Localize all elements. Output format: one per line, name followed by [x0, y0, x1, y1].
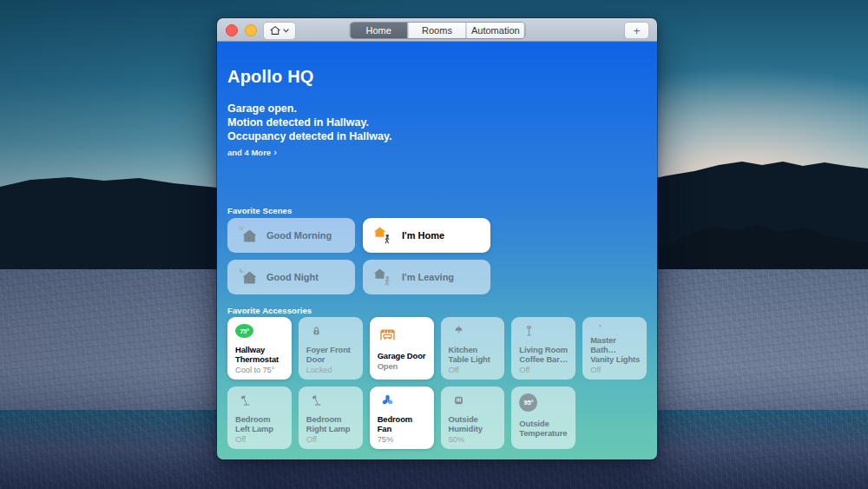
accessory-name: Foyer Front Door	[306, 345, 358, 364]
status-line: Occupancy detected in Hallway.	[227, 129, 647, 143]
accessory-status: 50%	[449, 434, 464, 444]
chevron-down-icon	[283, 29, 289, 33]
more-status-link[interactable]: and 4 More ›	[227, 148, 647, 157]
accessory-name: Outside Humidity	[449, 414, 500, 433]
accessory-status: Cool to 75°	[235, 365, 274, 374]
accessory-status: 75%	[378, 434, 393, 444]
accessory-name: Garage Door	[378, 351, 426, 360]
favorite-accessories-grid: 75° Hallway Thermostat Cool to 75° Foyer…	[227, 317, 647, 449]
accessory-name: Outside Temperature	[519, 419, 570, 438]
home-content: Apollo HQ Garage open. Motion detected i…	[217, 42, 657, 459]
house-icon	[270, 25, 280, 36]
temperature-badge-icon: 95°	[519, 393, 537, 412]
desk-lamp-icon	[306, 393, 326, 407]
tab-automation[interactable]: Automation	[466, 23, 524, 38]
status-line: Garage open.	[227, 102, 647, 116]
more-status-label: and 4 More	[227, 148, 271, 157]
scene-tile-im-leaving[interactable]: I'm Leaving	[363, 260, 490, 294]
chevron-right-icon: ›	[273, 149, 277, 156]
home-status-summary: Garage open. Motion detected in Hallway.…	[227, 102, 647, 143]
pendant-light-icon	[449, 324, 469, 338]
accessory-status: Off	[449, 365, 459, 374]
favorite-accessories-label: Favorite Accessories	[227, 306, 647, 315]
accessory-name: Master Bath… Vanity Lights	[590, 335, 641, 364]
accessory-name: Hallway Thermostat	[235, 345, 286, 364]
accessory-tile-outside-humidity[interactable]: Outside Humidity 50%	[441, 387, 505, 449]
accessory-tile-outside-temperature[interactable]: 95° Outside Temperature	[511, 387, 575, 449]
accessory-name: Bedroom Right Lamp	[306, 414, 358, 433]
view-switcher: Home Rooms Automation	[349, 22, 525, 39]
humidity-sensor-icon	[449, 393, 469, 407]
minimize-window-button[interactable]	[245, 24, 257, 36]
tab-rooms[interactable]: Rooms	[407, 23, 465, 38]
scene-label: Good Night	[266, 272, 319, 282]
fan-icon	[378, 393, 398, 407]
accessory-tile-hallway-thermostat[interactable]: 75° Hallway Thermostat Cool to 75°	[227, 317, 292, 380]
favorite-scenes-label: Favorite Scenes	[227, 206, 647, 215]
accessory-tile-bedroom-left-lamp[interactable]: Bedroom Left Lamp Off	[227, 387, 292, 449]
accessory-tile-bedroom-fan[interactable]: Bedroom Fan 75%	[370, 387, 434, 449]
good-night-house-icon	[237, 266, 260, 288]
window-titlebar[interactable]: Home Rooms Automation +	[217, 18, 657, 42]
im-home-house-icon	[372, 224, 395, 247]
accessory-status: Locked	[306, 365, 332, 374]
scene-label: Good Morning	[266, 230, 332, 241]
accessory-status: Off	[306, 434, 317, 444]
accessory-status: Off	[235, 434, 246, 444]
pendant-light-icon	[590, 324, 610, 328]
accessory-status: Off	[590, 365, 601, 374]
accessory-tile-garage-door[interactable]: Garage Door Open	[370, 317, 434, 380]
scene-label: I'm Leaving	[402, 272, 454, 282]
add-accessory-button[interactable]: +	[624, 22, 649, 39]
im-leaving-house-icon	[372, 266, 395, 288]
accessory-tile-kitchen-table-light[interactable]: Kitchen Table Light Off	[441, 317, 505, 380]
close-window-button[interactable]	[226, 24, 238, 36]
home-app-window: Home Rooms Automation + Apollo HQ Garage…	[217, 18, 657, 459]
home-selector-dropdown[interactable]	[263, 22, 296, 40]
good-morning-house-icon	[237, 224, 260, 247]
accessory-status: Open	[378, 361, 398, 371]
accessory-tile-foyer-front-door[interactable]: Foyer Front Door Locked	[299, 317, 363, 380]
tab-home[interactable]: Home	[350, 23, 407, 38]
accessory-name: Living Room Coffee Bar…	[519, 345, 570, 364]
desk-lamp-icon	[235, 393, 255, 407]
favorite-scenes-grid: Good Morning I'm Home	[227, 218, 647, 294]
accessory-tile-master-bath-vanity-lights[interactable]: Master Bath… Vanity Lights Off	[582, 317, 647, 380]
scene-tile-good-morning[interactable]: Good Morning	[227, 218, 355, 253]
lock-icon	[306, 324, 326, 338]
status-line: Motion detected in Hallway.	[227, 116, 647, 129]
scene-tile-im-home[interactable]: I'm Home	[363, 218, 490, 253]
accessory-tile-living-room-coffee-bar[interactable]: Living Room Coffee Bar… Off	[511, 317, 575, 380]
floor-lamp-icon	[519, 324, 539, 338]
accessory-status: Off	[519, 365, 529, 374]
garage-door-icon	[378, 324, 398, 344]
thermostat-badge-icon: 75°	[235, 324, 253, 338]
home-name-title: Apollo HQ	[227, 42, 647, 87]
scene-label: I'm Home	[402, 230, 444, 241]
accessory-name: Bedroom Fan	[378, 414, 429, 433]
accessory-name: Bedroom Left Lamp	[235, 414, 286, 433]
accessory-tile-bedroom-right-lamp[interactable]: Bedroom Right Lamp Off	[299, 387, 363, 449]
scene-tile-good-night[interactable]: Good Night	[227, 260, 355, 294]
accessory-name: Kitchen Table Light	[449, 345, 500, 364]
